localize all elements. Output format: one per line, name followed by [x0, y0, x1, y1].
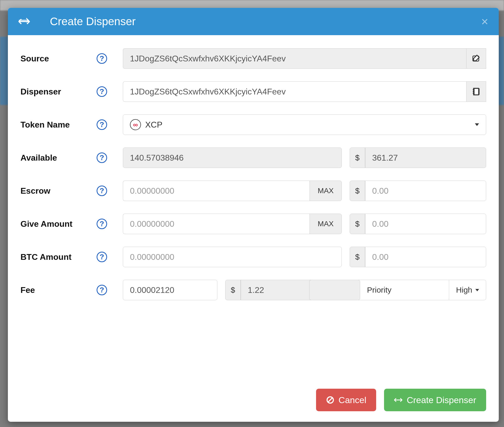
- token-select-value: XCP: [145, 120, 162, 130]
- help-icon[interactable]: ?: [97, 186, 107, 196]
- modal-title: Create Dispenser: [50, 15, 136, 28]
- help-icon[interactable]: ?: [97, 119, 107, 130]
- help-icon[interactable]: ?: [97, 53, 107, 64]
- give-amount-label: Give Amount: [20, 219, 97, 229]
- btc-amount-label: BTC Amount: [20, 252, 97, 262]
- chevron-down-icon: [475, 123, 479, 126]
- priority-value: High: [456, 286, 472, 294]
- give-usd-input[interactable]: [365, 214, 486, 234]
- token-select[interactable]: ∞ XCP: [123, 114, 486, 135]
- cancel-icon: [326, 396, 334, 404]
- exchange-icon: [18, 18, 30, 25]
- currency-symbol: $: [350, 247, 365, 267]
- exchange-icon: [394, 396, 402, 404]
- available-usd: [365, 147, 486, 168]
- chevron-down-icon: [475, 289, 479, 291]
- help-icon[interactable]: ?: [97, 219, 107, 229]
- escrow-usd-input[interactable]: [365, 181, 486, 201]
- create-dispenser-button[interactable]: Create Dispenser: [384, 389, 486, 411]
- dispenser-input[interactable]: [123, 81, 466, 102]
- help-icon[interactable]: ?: [97, 152, 107, 163]
- available-label: Available: [20, 153, 97, 163]
- priority-label: Priority: [309, 280, 449, 300]
- currency-symbol: $: [225, 280, 241, 300]
- address-book-button[interactable]: [466, 81, 486, 102]
- fee-label: Fee: [20, 285, 97, 295]
- xcp-token-icon: ∞: [130, 119, 141, 130]
- give-amount-input[interactable]: [123, 214, 309, 234]
- source-input: [123, 48, 466, 69]
- dispenser-label: Dispenser: [20, 87, 97, 97]
- help-icon[interactable]: ?: [97, 285, 107, 295]
- source-label: Source: [20, 54, 97, 64]
- available-amount: [123, 147, 342, 168]
- give-max-button[interactable]: MAX: [309, 214, 342, 234]
- modal-header: Create Dispenser ×: [8, 8, 499, 35]
- cancel-button[interactable]: Cancel: [316, 389, 376, 411]
- currency-symbol: $: [350, 147, 365, 168]
- btc-amount-input[interactable]: [123, 247, 342, 267]
- escrow-input[interactable]: [123, 181, 309, 201]
- edit-source-button[interactable]: [466, 48, 486, 69]
- token-name-label: Token Name: [20, 120, 97, 130]
- btc-usd-input[interactable]: [365, 247, 486, 267]
- currency-symbol: $: [350, 181, 365, 201]
- help-icon[interactable]: ?: [97, 86, 107, 97]
- create-dispenser-modal: Create Dispenser × Source ?: [8, 8, 499, 422]
- escrow-max-button[interactable]: MAX: [309, 181, 342, 201]
- priority-select[interactable]: High: [449, 280, 486, 300]
- fee-input[interactable]: [123, 280, 217, 300]
- help-icon[interactable]: ?: [97, 252, 107, 262]
- svg-line-10: [328, 398, 332, 402]
- escrow-label: Escrow: [20, 186, 97, 196]
- close-icon[interactable]: ×: [481, 15, 488, 28]
- currency-symbol: $: [350, 214, 365, 234]
